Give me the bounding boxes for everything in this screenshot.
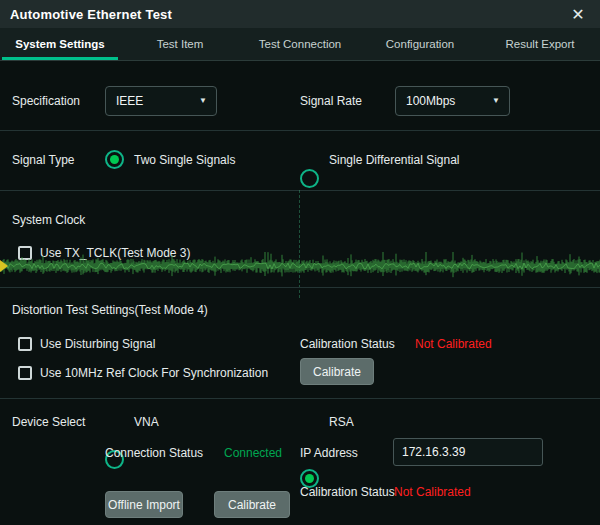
use-ref-clock-checkbox[interactable] <box>18 366 32 380</box>
distortion-settings-label: Distortion Test Settings(Test Mode 4) <box>12 303 208 317</box>
ip-address-input[interactable] <box>393 438 543 466</box>
tab-test-item[interactable]: Test Item <box>120 28 240 60</box>
connection-status-label: Connection Status <box>105 446 203 460</box>
waveform-trace <box>0 252 600 280</box>
vna-label: VNA <box>134 415 159 429</box>
automotive-ethernet-test-dialog: Automotive Ethernet Test ✕ System Settin… <box>0 0 600 525</box>
ip-address-label: IP Address <box>300 446 358 460</box>
signal-type-label: Signal Type <box>12 153 75 167</box>
specification-value: IEEE <box>116 94 189 108</box>
tab-test-connection[interactable]: Test Connection <box>240 28 360 60</box>
specification-label: Specification <box>12 94 80 108</box>
title-bar: Automotive Ethernet Test ✕ <box>0 0 600 28</box>
divider <box>0 287 600 288</box>
tab-system-settings[interactable]: System Settings <box>0 28 120 60</box>
system-clock-label: System Clock <box>12 213 85 227</box>
device-calibration-status-label: Calibration Status <box>300 485 395 499</box>
device-select-label: Device Select <box>12 415 85 429</box>
connection-status-value: Connected <box>224 446 282 460</box>
distortion-calibration-status-value: Not Calibrated <box>415 337 492 351</box>
chevron-down-icon: ▼ <box>199 97 207 105</box>
chevron-down-icon: ▼ <box>492 97 500 105</box>
use-disturbing-signal-checkbox[interactable] <box>18 337 32 351</box>
distortion-calibrate-button[interactable]: Calibrate <box>300 358 374 385</box>
specification-dropdown[interactable]: IEEE ▼ <box>105 86 217 116</box>
rsa-label: RSA <box>329 415 354 429</box>
radio-single-differential-signal[interactable] <box>300 169 319 188</box>
single-differential-signal-label: Single Differential Signal <box>329 153 460 167</box>
divider <box>0 190 600 191</box>
distortion-calibration-status-label: Calibration Status <box>300 337 395 351</box>
signal-rate-dropdown[interactable]: 100Mbps ▼ <box>395 86 510 116</box>
radio-two-single-signals[interactable] <box>105 150 124 169</box>
two-single-signals-label: Two Single Signals <box>134 153 235 167</box>
use-ref-clock-label: Use 10MHz Ref Clock For Synchronization <box>40 366 268 380</box>
tab-bar: System Settings Test Item Test Connectio… <box>0 28 600 61</box>
device-calibration-status-value: Not Calibrated <box>394 485 471 499</box>
tab-configuration[interactable]: Configuration <box>360 28 480 60</box>
trigger-marker-icon <box>0 260 8 272</box>
device-calibrate-button[interactable]: Calibrate <box>214 491 290 518</box>
divider <box>0 130 600 131</box>
close-icon[interactable]: ✕ <box>566 2 590 26</box>
trigger-position-line <box>299 190 300 298</box>
offline-import-button[interactable]: Offline Import <box>105 491 183 518</box>
window-title: Automotive Ethernet Test <box>10 7 172 22</box>
use-disturbing-signal-label: Use Disturbing Signal <box>40 337 155 351</box>
signal-rate-value: 100Mbps <box>406 94 482 108</box>
signal-rate-label: Signal Rate <box>300 94 362 108</box>
tab-result-export[interactable]: Result Export <box>480 28 600 60</box>
divider <box>0 398 600 399</box>
